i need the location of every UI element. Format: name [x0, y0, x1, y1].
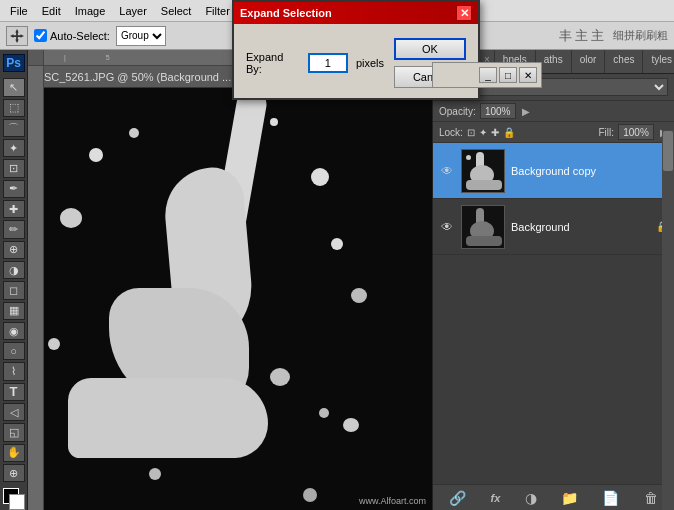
auto-select-checkbox[interactable]	[34, 29, 47, 42]
cn-char-4: 细拼刷刷粗	[613, 28, 668, 43]
canvas-title-text: DSC_5261.JPG @ 50% (Background ...	[36, 71, 231, 83]
cn-char-1: 丰	[559, 27, 572, 45]
canvas-content: www.Alfoart.com Doc: 28.7M/50.8M |||	[28, 88, 432, 510]
ruler-vertical	[28, 66, 44, 510]
fill-label: Fill:	[598, 127, 614, 138]
droplet-12	[149, 468, 161, 480]
layer-item-background-copy[interactable]: 👁 Background copy	[433, 143, 674, 199]
droplet-14	[303, 488, 317, 502]
lock-icon-2[interactable]: ✦	[479, 127, 487, 138]
tool-selection[interactable]: ⬚	[3, 99, 25, 117]
droplet-10	[343, 418, 359, 432]
canvas-doc: DSC_5261.JPG @ 50% (Background ...	[28, 66, 432, 510]
tab-paths[interactable]: aths	[536, 50, 572, 73]
new-group-icon[interactable]: 📁	[557, 488, 582, 508]
layers-list: 👁 Background copy 👁	[433, 143, 674, 484]
layer-visibility-background-copy[interactable]: 👁	[439, 163, 455, 179]
cancel-button[interactable]: Cancel	[394, 66, 466, 88]
lock-row: Lock: ⊡ ✦ ✚ 🔒 Fill: ▶	[433, 122, 674, 143]
tool-gradient[interactable]: ▦	[3, 302, 25, 320]
menu-image[interactable]: Image	[69, 3, 112, 19]
lock-label: Lock:	[439, 127, 463, 138]
expand-by-unit: pixels	[356, 57, 384, 69]
fill-input[interactable]	[618, 124, 654, 140]
layers-bottom: 🔗 fx ◑ 📁 📄 🗑	[433, 484, 674, 510]
tool-zoom[interactable]: ⊕	[3, 464, 25, 482]
tool-pen[interactable]: ⌇	[3, 362, 25, 380]
tool-text[interactable]: T	[3, 383, 25, 401]
auto-select-dropdown[interactable]: Group	[116, 26, 166, 46]
color-chips[interactable]	[3, 488, 25, 506]
photoshop-window: File Edit Image Layer Select Filter Auto…	[0, 0, 674, 510]
tool-spot-heal[interactable]: ✚	[3, 200, 25, 218]
delete-layer-icon[interactable]: 🗑	[640, 488, 662, 508]
tool-eyedropper[interactable]: ✒	[3, 180, 25, 198]
menu-layer[interactable]: Layer	[113, 3, 153, 19]
canvas-area: | 5 DSC_5261.JPG @ 50% (Background ...	[28, 50, 432, 510]
layer-item-background[interactable]: 👁 Background 🔒	[433, 199, 674, 255]
tab-styles[interactable]: tyles	[643, 50, 674, 73]
menu-edit[interactable]: Edit	[36, 3, 67, 19]
tool-clone[interactable]: ⊕	[3, 241, 25, 259]
opacity-input[interactable]	[480, 103, 516, 119]
tool-eraser[interactable]: ◻	[3, 281, 25, 299]
canvas-with-ruler: DSC_5261.JPG @ 50% (Background ...	[28, 66, 432, 510]
menu-filter[interactable]: Filter	[199, 3, 235, 19]
tab-channels[interactable]: hnels	[495, 50, 536, 73]
droplet-3	[311, 168, 329, 186]
droplet-6	[351, 288, 367, 303]
dialog-close-button[interactable]: ✕	[456, 5, 472, 21]
tool-lasso[interactable]: ⌒	[3, 119, 25, 137]
dialog-title-text: Expand Selection	[240, 7, 332, 19]
tab-swatches[interactable]: ches	[605, 50, 643, 73]
tool-history[interactable]: ◑	[3, 261, 25, 279]
droplet-2	[129, 128, 139, 138]
tool-magic-wand[interactable]: ✦	[3, 139, 25, 157]
cn-char-3: 主	[591, 27, 604, 45]
layer-thumb-background-copy	[461, 149, 505, 193]
lock-icon-4[interactable]: 🔒	[503, 127, 515, 138]
droplet-13	[230, 448, 240, 458]
fx-icon[interactable]: fx	[487, 490, 505, 506]
layer-name-background: Background	[511, 221, 650, 233]
layer-visibility-background[interactable]: 👁	[439, 219, 455, 235]
tool-move[interactable]: ↖	[3, 78, 25, 96]
new-adjustment-icon[interactable]: ◑	[521, 488, 541, 508]
tool-crop[interactable]: ⊡	[3, 159, 25, 177]
canvas-image: www.Alfoart.com	[28, 88, 432, 510]
link-layers-icon[interactable]: 🔗	[445, 488, 470, 508]
opacity-arrow[interactable]: ▶	[522, 106, 530, 117]
tool-path[interactable]: ◁	[3, 403, 25, 421]
layer-name-background-copy: Background copy	[511, 165, 668, 177]
new-layer-icon[interactable]: 📄	[598, 488, 623, 508]
tool-blur[interactable]: ◉	[3, 322, 25, 340]
dialog-titlebar: Expand Selection ✕	[234, 2, 478, 24]
layers-scroll-thumb[interactable]	[663, 143, 673, 171]
tool-shape[interactable]: ◱	[3, 423, 25, 441]
move-tool-icon[interactable]	[6, 26, 28, 46]
lock-icon-3[interactable]: ✚	[491, 127, 499, 138]
tool-dodge[interactable]: ○	[3, 342, 25, 360]
tool-brush[interactable]: ✏	[3, 220, 25, 238]
dialog-main-row: Expand By: pixels OK Cancel	[246, 38, 466, 88]
tool-hand[interactable]: ✋	[3, 444, 25, 462]
tab-close[interactable]: ×	[480, 50, 495, 73]
layers-scrollbar[interactable]	[662, 143, 674, 484]
dialog-content: Expand By: pixels OK Cancel	[234, 24, 478, 98]
expand-by-label: Expand By:	[246, 51, 300, 75]
droplet-11	[270, 368, 290, 386]
dialog-input-group: Expand By: pixels	[246, 51, 384, 75]
droplet-4	[60, 208, 82, 228]
droplet-5	[331, 238, 343, 250]
watermark: www.Alfoart.com	[359, 496, 426, 506]
lock-icon-1[interactable]: ⊡	[467, 127, 475, 138]
tab-color[interactable]: olor	[572, 50, 606, 73]
dialog-button-group: OK Cancel	[394, 38, 466, 88]
menu-select[interactable]: Select	[155, 3, 198, 19]
expand-by-input[interactable]	[308, 53, 348, 73]
droplet-8	[48, 338, 60, 350]
ruler-tick-0: |	[64, 54, 66, 61]
ps-logo: Ps	[3, 54, 25, 72]
menu-file[interactable]: File	[4, 3, 34, 19]
ok-button[interactable]: OK	[394, 38, 466, 60]
